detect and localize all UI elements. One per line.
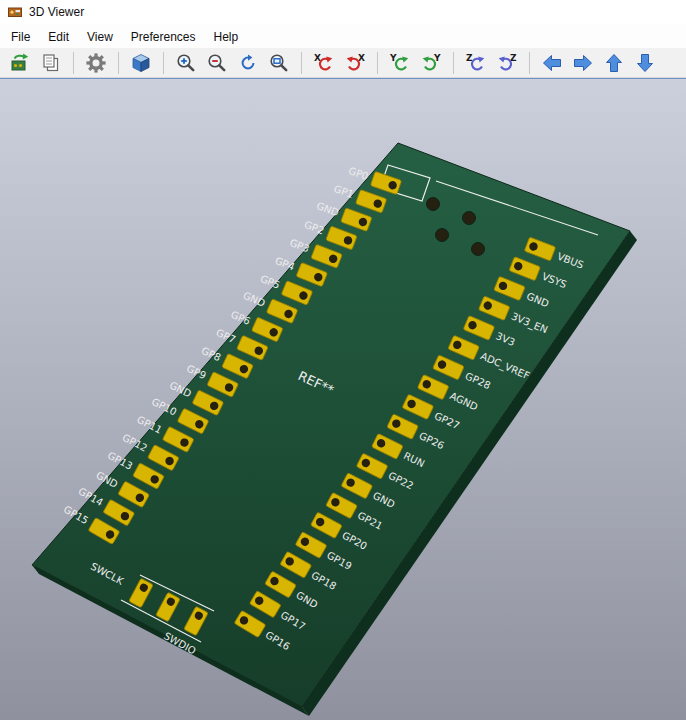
zoom-to-fit-button[interactable]: [265, 49, 293, 76]
zoom-in-icon: [175, 52, 197, 74]
toolbar-separator: [118, 52, 119, 74]
arrow-left-icon: [541, 52, 563, 74]
rotate-z-ccw-button[interactable]: Z: [462, 49, 490, 76]
toolbar-separator: [377, 52, 378, 74]
move-right-button[interactable]: [569, 49, 597, 76]
rotate-x-ccw-icon: X: [313, 52, 335, 74]
toolbar-separator: [163, 52, 164, 74]
reload-board-icon: [9, 52, 31, 74]
pin-label: GP3: [288, 237, 311, 255]
arrow-up-icon: [603, 52, 625, 74]
board-hole: [472, 243, 485, 256]
rotate-x-cw-button[interactable]: X: [341, 49, 369, 76]
menu-help[interactable]: Help: [205, 26, 248, 48]
toolbar-separator: [73, 52, 74, 74]
redraw-view-button[interactable]: [234, 49, 262, 76]
zoom-out-button[interactable]: [203, 49, 231, 76]
board-hole: [463, 212, 476, 225]
pin-label: GP0: [347, 165, 370, 182]
rotate-z-cw-icon: Z: [496, 52, 518, 74]
arrow-right-icon: [572, 52, 594, 74]
rotate-y-ccw-button[interactable]: Y: [386, 49, 414, 76]
menu-file[interactable]: File: [2, 26, 39, 48]
rotate-y-cw-icon: Y: [420, 52, 442, 74]
zoom-in-button[interactable]: [172, 49, 200, 76]
menubar: File Edit View Preferences Help: [0, 24, 686, 48]
redraw-icon: [237, 52, 259, 74]
copy-image-button[interactable]: [37, 49, 65, 76]
rotate-z-cw-button[interactable]: Z: [493, 49, 521, 76]
rotate-x-cw-icon: X: [344, 52, 366, 74]
board-hole: [427, 198, 440, 211]
titlebar: 3D Viewer: [0, 0, 686, 24]
arrow-down-icon: [634, 52, 656, 74]
board-hole: [436, 229, 449, 242]
app-icon-graphic: [7, 4, 23, 20]
zoom-out-icon: [206, 52, 228, 74]
app-icon: [7, 4, 23, 20]
pin-label: GP5: [259, 273, 282, 291]
pin-label: GP4: [273, 255, 296, 273]
rotate-y-cw-button[interactable]: Y: [417, 49, 445, 76]
rotate-x-ccw-button[interactable]: X: [310, 49, 338, 76]
cube-icon: [130, 52, 152, 74]
move-left-button[interactable]: [538, 49, 566, 76]
pin-label: GP1: [332, 183, 355, 200]
render-3d-mode-button[interactable]: [127, 49, 155, 76]
menu-view[interactable]: View: [78, 26, 122, 48]
zoom-fit-icon: [268, 52, 290, 74]
move-up-button[interactable]: [600, 49, 628, 76]
move-down-button[interactable]: [631, 49, 659, 76]
toolbar-separator: [529, 52, 530, 74]
window-title: 3D Viewer: [29, 5, 84, 19]
gear-icon: [85, 52, 107, 74]
menu-preferences[interactable]: Preferences: [122, 26, 205, 48]
pcb-board: GP0GP1GNDGP2GP3GP4GP5GNDGP6GP7GP8GP9GNDG…: [32, 143, 637, 716]
rotate-y-ccw-icon: Y: [389, 52, 411, 74]
3d-viewport[interactable]: GP0GP1GNDGP2GP3GP4GP5GNDGP6GP7GP8GP9GNDG…: [0, 78, 686, 720]
pin-label: GND: [241, 290, 267, 309]
toolbar: X X Y Y: [0, 48, 686, 78]
toolbar-separator: [453, 52, 454, 74]
pcb-3d-render: GP0GP1GNDGP2GP3GP4GP5GNDGP6GP7GP8GP9GNDG…: [0, 79, 686, 720]
menu-edit[interactable]: Edit: [39, 26, 78, 48]
3d-viewer-window: 3D Viewer File Edit View Preferences Hel…: [0, 0, 686, 720]
render-settings-button[interactable]: [82, 49, 110, 76]
toolbar-separator: [301, 52, 302, 74]
pin-label: GND: [315, 200, 341, 218]
reload-board-button[interactable]: [6, 49, 34, 76]
copy-image-icon: [40, 52, 62, 74]
rotate-z-ccw-icon: Z: [465, 52, 487, 74]
pin-label: GP2: [303, 219, 326, 236]
